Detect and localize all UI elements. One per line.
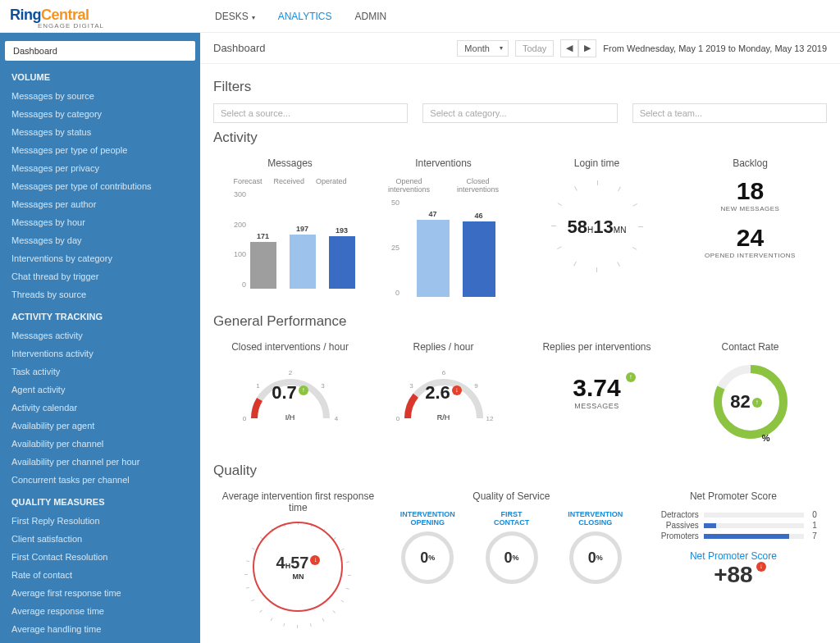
sidebar-item[interactable]: Messages activity [0, 326, 200, 344]
sidebar-item[interactable]: Messages per type of contributions [0, 177, 200, 195]
sidebar-item[interactable]: Interventions activity [0, 344, 200, 363]
sidebar-item[interactable]: Task activity [0, 363, 200, 381]
sidebar-section-title: QUALITY MEASURES [0, 489, 200, 512]
filter-source[interactable]: Select a source... [213, 103, 408, 123]
nav-desks[interactable]: DESKS▾ [215, 11, 255, 22]
card-interventions: Interventions Opened interventions Close… [367, 154, 520, 307]
sidebar-item[interactable]: Availability per agent [0, 417, 200, 435]
sidebar-item[interactable]: Messages by hour [0, 213, 200, 231]
sidebar-section-title: ACTIVITY TRACKING [0, 303, 200, 326]
card-quality-of-service: Quality of Service INTERVENTION OPENING0… [383, 487, 640, 638]
sidebar-item[interactable]: Chat thread by trigger [0, 267, 200, 285]
card-backlog: Backlog 18 NEW MESSAGES 24 OPENED INTERV… [673, 154, 827, 307]
nav-analytics[interactable]: ANALYTICS [278, 11, 332, 22]
sidebar-item[interactable]: Messages per privacy [0, 159, 200, 177]
sidebar-item[interactable]: Client satisfaction [0, 530, 200, 548]
qos-item: INTERVENTION CLOSING0% [558, 510, 633, 584]
card-messages: Messages Forecast Received Operated 3002… [213, 154, 367, 307]
qos-item: FIRST CONTACT0% [486, 510, 538, 584]
sidebar-item[interactable]: Average response time [0, 602, 200, 620]
arrow-down-icon: ↓ [756, 562, 766, 572]
sidebar-item[interactable]: Average handling time [0, 620, 200, 638]
sidebar-section-title: VOLUME [0, 64, 200, 87]
page-title: Dashboard [213, 42, 457, 54]
arrow-up-icon: ↑ [752, 398, 762, 408]
sidebar-item-dashboard[interactable]: Dashboard [5, 41, 195, 61]
arrow-up-icon: ↑ [626, 372, 636, 382]
activity-heading: Activity [213, 130, 827, 146]
sidebar-item[interactable]: Activity calendar [0, 399, 200, 417]
chevron-down-icon: ▾ [500, 44, 503, 52]
sidebar-item[interactable]: Messages by status [0, 123, 200, 141]
chevron-down-icon: ▾ [252, 14, 255, 21]
sidebar-item[interactable]: Messages by source [0, 87, 200, 105]
sidebar-item[interactable]: Agent activity [0, 381, 200, 399]
sidebar-item[interactable]: First Contact Resolution [0, 548, 200, 566]
svg-text:2: 2 [288, 369, 292, 376]
sidebar-item[interactable]: Service Level [0, 638, 200, 643]
arrow-down-icon: ↓ [310, 555, 320, 565]
filters-heading: Filters [213, 79, 827, 95]
card-contact-rate: Contact Rate 82↑% [673, 338, 827, 456]
arrow-up-icon: ↑ [299, 385, 308, 395]
sidebar-item[interactable]: Average first response time [0, 584, 200, 602]
nps-row: Passives1 [646, 521, 820, 530]
arrow-down-icon: ↓ [452, 385, 462, 395]
sidebar-item[interactable]: Messages by day [0, 231, 200, 249]
period-select[interactable]: Month▾ [457, 40, 509, 57]
prev-button[interactable]: ◀ [560, 39, 578, 57]
sidebar-item[interactable]: Availability per channel per hour [0, 453, 200, 471]
sidebar-item[interactable]: First Reply Resolution [0, 512, 200, 530]
sidebar-item[interactable]: Messages by category [0, 105, 200, 123]
card-login-time: Login time 58H13MN [520, 154, 673, 307]
nps-row: Promoters7 [646, 531, 820, 540]
quality-heading: Quality [213, 463, 827, 479]
card-avg-first-response: Average intervention first response time… [213, 487, 383, 638]
qos-item: INTERVENTION OPENING0% [390, 510, 466, 584]
brand-logo: RingCentral ENGAGE DIGITAL [0, 2, 200, 31]
sidebar-item[interactable]: Rate of contact [0, 566, 200, 584]
today-button[interactable]: Today [515, 40, 554, 57]
sidebar-item[interactable]: Messages per type of people [0, 141, 200, 159]
sidebar: Dashboard VOLUMEMessages by sourceMessag… [0, 33, 200, 643]
card-replies-per-intervention: Replies per interventions 3.74↑MESSAGES [520, 338, 673, 456]
sidebar-item[interactable]: Threads by source [0, 285, 200, 303]
date-range: From Wednesday, May 1 2019 to Monday, Ma… [603, 43, 827, 53]
card-nps: Net Promoter Score Detractors0Passives1P… [640, 487, 827, 638]
sidebar-item[interactable]: Messages per author [0, 195, 200, 213]
filter-team[interactable]: Select a team... [632, 103, 827, 123]
next-button[interactable]: ▶ [578, 39, 596, 57]
nav-admin[interactable]: ADMIN [354, 11, 386, 22]
sidebar-item[interactable]: Availability per channel [0, 435, 200, 453]
card-closed-per-hour: Closed interventions / hour 01234 0.7↑I/… [213, 338, 367, 456]
general-heading: General Performance [213, 313, 827, 330]
nps-row: Detractors0 [646, 510, 820, 519]
sidebar-item[interactable]: Interventions by category [0, 249, 200, 267]
filter-category[interactable]: Select a category... [422, 103, 617, 123]
sidebar-item[interactable]: Concurrent tasks per channel [0, 471, 200, 489]
card-replies-per-hour: Replies / hour 036912 2.6↓R/H [367, 338, 520, 456]
svg-text:6: 6 [441, 369, 445, 376]
